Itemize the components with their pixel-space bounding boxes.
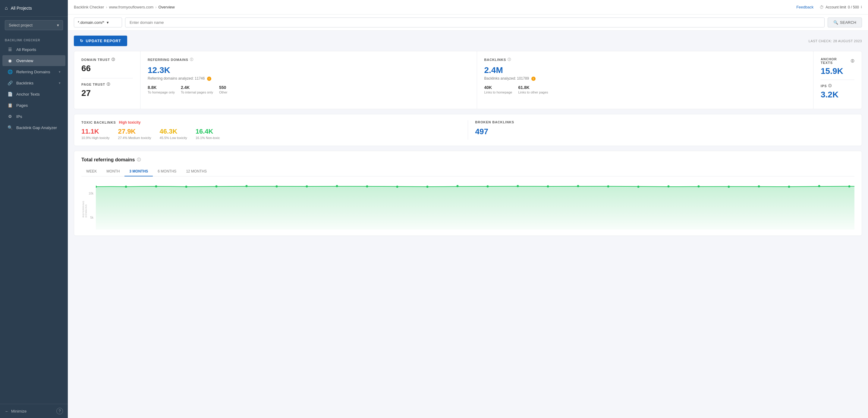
ref-breakdown-lbl: Other: [219, 90, 227, 94]
info-icon-backlinks[interactable]: ⓘ: [507, 57, 511, 62]
chevron-icon-backlinks: ▾: [59, 81, 61, 85]
info-icon-anchor[interactable]: ⓘ: [851, 59, 855, 63]
chart-canvas: [96, 181, 855, 230]
sidebar-item-all-reports[interactable]: ☰ All Reports: [2, 44, 65, 55]
ref-breakdown-lbl: To internal pages only: [181, 90, 213, 94]
info-icon-page-trust[interactable]: ⓘ: [107, 82, 110, 87]
svg-point-18: [638, 186, 640, 188]
page-trust-label-text: PAGE TRUST: [82, 83, 105, 86]
search-button-label: SEARCH: [840, 20, 856, 25]
referring-domains-value: 12.3K: [148, 65, 470, 75]
info-icon-limit[interactable]: ℹ: [861, 5, 862, 9]
sidebar-item-anchor-texts[interactable]: 📄 Anchor Texts: [2, 89, 65, 99]
help-button[interactable]: ?: [56, 408, 63, 414]
chart-tab-month[interactable]: MONTH: [101, 167, 124, 176]
stats-grid: DOMAIN TRUST ⓘ 66 PAGE TRUST ⓘ 27: [74, 51, 862, 109]
chart-tab-3-months[interactable]: 3 MONTHS: [124, 167, 153, 176]
svg-point-12: [457, 185, 459, 187]
trust-card: DOMAIN TRUST ⓘ 66 PAGE TRUST ⓘ 27: [74, 51, 141, 109]
info-icon-ips[interactable]: ⓘ: [828, 84, 832, 88]
toxic-val-item: 27.9K27.4% Medium toxicity: [118, 127, 151, 140]
refresh-icon: ↻: [80, 39, 84, 43]
svg-point-11: [427, 186, 429, 188]
breadcrumb-tool[interactable]: Backlink Checker: [74, 5, 104, 9]
trust-divider: [82, 78, 133, 79]
sidebar-icon-backlinks: 🔗: [7, 81, 13, 85]
chevron-icon-referring-domains: ▾: [59, 70, 61, 74]
anchor-ips-card: ANCHOR TEXTS ⓘ 15.9K IPS ⓘ 3.2K: [813, 51, 862, 109]
topbar-right: Feedback ⏱ Account limit 0 / 500 ℹ: [796, 5, 862, 10]
referring-domains-breakdown: 8.8KTo homepage only2.4KTo internal page…: [148, 85, 470, 94]
account-limit-label: Account limit: [826, 5, 846, 9]
backlinks-card: BACKLINKS ⓘ 2.4M Backlinks analyzed: 101…: [477, 51, 814, 109]
sidebar-label-backlink-gap: Backlink Gap Analyzer: [16, 125, 61, 130]
search-button[interactable]: 🔍 SEARCH: [828, 18, 862, 27]
project-select[interactable]: Select project ▾: [5, 20, 63, 30]
sidebar-item-ips[interactable]: ⚙ IPs: [2, 111, 65, 122]
broken-backlinks-section: BROKEN BACKLINKS 497: [468, 120, 855, 140]
svg-point-24: [818, 185, 820, 187]
feedback-link[interactable]: Feedback: [796, 5, 813, 9]
sidebar-label-overview: Overview: [16, 59, 61, 63]
anchor-texts-label: ANCHOR TEXTS ⓘ: [821, 57, 855, 64]
svg-point-6: [276, 185, 278, 187]
sidebar-item-backlinks[interactable]: 🔗 Backlinks ▾: [2, 78, 65, 88]
update-report-button[interactable]: ↻ UPDATE REPORT: [74, 36, 127, 46]
content-area: ↻ UPDATE REPORT LAST CHECK: 28 AUGUST 20…: [68, 31, 868, 418]
toxic-val-item: 46.3K45.5% Low toxicity: [160, 127, 187, 140]
svg-point-8: [336, 185, 338, 187]
toxic-val-item: 16.4K16.1% Non-toxic: [195, 127, 220, 140]
backlinks-analyzed: Backlinks analyzed: 101789 !: [484, 76, 806, 81]
referring-domains-analyzed: Referring domains analyzed: 11746 !: [148, 76, 470, 81]
chart-area: 10k5k: [82, 181, 855, 230]
chart-tab-12-months[interactable]: 12 MONTHS: [181, 167, 212, 176]
info-icon-referring[interactable]: ⓘ: [190, 57, 193, 62]
ref-breakdown-val: 550: [219, 85, 227, 90]
ref-breakdown-val: 2.4K: [181, 85, 213, 90]
domain-search-input[interactable]: [125, 18, 825, 27]
ref-breakdown-item: 8.8KTo homepage only: [148, 85, 175, 94]
referring-domains-label-text: REFERRING DOMAINS: [148, 58, 188, 62]
domain-filter-select[interactable]: *.domain.com/* ▾: [74, 18, 122, 27]
toxic-lbl: 27.4% Medium toxicity: [118, 136, 151, 140]
svg-point-19: [668, 185, 670, 187]
sidebar-item-backlink-gap[interactable]: 🔍 Backlink Gap Analyzer: [2, 122, 65, 133]
broken-label-text: BROKEN BACKLINKS: [475, 120, 515, 124]
svg-point-7: [306, 185, 308, 187]
chart-y-label: 10k: [89, 192, 93, 195]
toxic-left: TOXIC BACKLINKS High toxicity 11.1K10.9%…: [82, 120, 468, 140]
sidebar-item-overview[interactable]: ◉ Overview: [2, 55, 65, 66]
bl-breakdown-val: 40K: [484, 85, 513, 90]
sidebar-icon-referring-domains: 🌐: [7, 69, 13, 74]
info-icon-chart[interactable]: ⓘ: [137, 157, 141, 162]
chart-line: [96, 186, 855, 187]
backlinks-label-text: BACKLINKS: [484, 58, 506, 62]
sidebar-label-pages: Pages: [16, 103, 61, 108]
search-bar: *.domain.com/* ▾ 🔍 SEARCH: [68, 14, 868, 31]
ref-breakdown-item: 550Other: [219, 85, 227, 94]
svg-point-21: [728, 186, 730, 188]
all-projects-link[interactable]: ⌂ All Projects: [5, 5, 63, 11]
svg-point-5: [246, 185, 248, 187]
anchor-texts-label-text: ANCHOR TEXTS: [821, 57, 849, 64]
domain-trust-value: 66: [82, 64, 133, 73]
chart-tab-6-months[interactable]: 6 MONTHS: [153, 167, 181, 176]
broken-value: 497: [475, 127, 855, 136]
warning-icon-referring[interactable]: !: [207, 77, 211, 81]
svg-point-2: [155, 185, 157, 187]
sidebar-label-referring-domains: Referring Domains: [16, 70, 55, 74]
minimize-button[interactable]: ← Minimize: [5, 409, 27, 414]
info-icon-domain-trust[interactable]: ⓘ: [112, 57, 115, 62]
sidebar-section-label: BACKLINK CHECKER: [0, 34, 68, 44]
svg-point-10: [396, 186, 398, 188]
chart-tab-week[interactable]: WEEK: [82, 167, 101, 176]
domain-trust-label-text: DOMAIN TRUST: [82, 58, 110, 62]
toxic-values: 11.1K10.9% High toxicity27.9K27.4% Mediu…: [82, 127, 461, 140]
warning-icon-backlinks[interactable]: !: [531, 77, 535, 81]
sidebar-item-referring-domains[interactable]: 🌐 Referring Domains ▾: [2, 66, 65, 77]
chevron-down-icon: ▾: [57, 23, 59, 27]
anchor-ips-divider: [821, 80, 855, 80]
bl-breakdown-item: 61.8KLinks to other pages: [518, 85, 548, 94]
sidebar-item-pages[interactable]: 📋 Pages: [2, 100, 65, 111]
breadcrumb-domain[interactable]: www.fromyouflowers.com: [109, 5, 153, 9]
